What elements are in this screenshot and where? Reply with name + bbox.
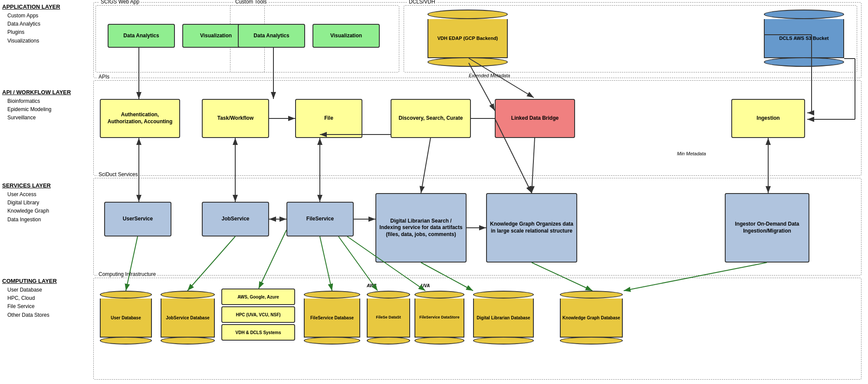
aws-label: AWS [367,283,377,288]
layer-labels: APPLICATION LAYER Custom Apps Data Analy… [0,0,93,384]
min-metadata-label: Min Metadata [677,151,706,156]
computing-layer-item-3: File Service [7,302,57,311]
task-workflow-box: Task/Workflow [202,99,269,138]
api-layer-item-1: Bioinformatics [7,97,71,105]
fileservice-database-cylinder: FileService Database [304,291,360,345]
api-layer-title: API / WORKFLOW LAYER [2,89,71,95]
computing-layer-title: COMPUTING LAYER [2,278,57,284]
uva-label: UVA [421,283,430,288]
app-layer-item-3: Plugins [7,28,60,36]
knowledge-graph-db-cylinder: Knowledge Graph Database [560,291,623,345]
services-layer-item-4: Data Ingestion [7,216,51,224]
services-layer-item-1: User Access [7,190,51,199]
aws-google-azure-box: AWS, Google, Azure [221,289,295,305]
application-layer-section: APPLICATION LAYER Custom Apps Data Analy… [2,3,60,45]
vdh-edap-cylinder: VDH EDAP (GCP Backend) [427,10,508,67]
ingestion-box: Ingestion [731,99,805,138]
services-layer-title: SERVICES LAYER [2,182,51,189]
custom-tools-label: Custom Tools [234,0,268,5]
vdh-dcls-systems-box: VDH & DCLS Systems [221,324,295,341]
scigs-data-analytics-box: Data Analytics [108,24,175,48]
ingestor-box: Ingestor On-Demand Data Ingestion/Migrat… [725,193,809,263]
computing-label: Computing Infrastructure [97,271,157,277]
fileservice-datastore-uva-cylinder: FileService DataStore [414,291,464,345]
job-service-box: JobService [202,202,269,236]
user-database-cylinder: User Database [100,291,152,345]
digital-librarian-box: Digital Librarian Search / Indexing serv… [375,193,467,263]
jobservice-database-cylinder: JobService Database [161,291,215,345]
linked-data-bridge-box: Linked Data Bridge [495,99,575,138]
dcls-vdh-label: DCLS/VDH [408,0,437,5]
application-layer-title: APPLICATION LAYER [2,3,60,10]
app-layer-item-4: Visualizations [7,37,60,45]
api-label: APIs [97,74,111,80]
file-api-box: File [295,99,362,138]
custom-data-analytics-box: Data Analytics [238,24,305,48]
app-layer-item-2: Data Analytics [7,20,60,28]
services-layer-item-2: Digital Library [7,199,51,207]
services-layer-section: SERVICES LAYER User Access Digital Libra… [2,182,51,224]
scigs-webapp-label: SCIGS Web App [99,0,141,5]
auth-box: Authentication, Authorization, Accountin… [100,99,180,138]
hpc-box: HPC (UVA, VCU, NSF) [221,306,295,323]
services-layer-item-3: Knowledge Graph [7,207,51,215]
digital-librarian-db-cylinder: Digital Librarian Database [473,291,534,345]
app-layer-item-1: Custom Apps [7,12,60,20]
computing-layer-item-1: User Database [7,286,57,294]
discovery-box: Discovery, Search, Curate [391,99,471,138]
extended-metadata-label: Extended Metadata [469,73,510,78]
services-label: SciDuct Services [97,171,139,177]
dcls-s3-cylinder: DCLS AWS S3 Bucket [764,10,844,67]
custom-visualization-box: Visualization [312,24,380,48]
api-layer-item-2: Epidemic Modeling [7,105,71,114]
computing-layer-item-2: HPC, Cloud [7,294,57,302]
computing-layer-section: COMPUTING LAYER User Database HPC, Cloud… [2,278,57,319]
fileservice-datastore-aws-cylinder: FileSe DataSt [367,291,410,345]
api-layer-section: API / WORKFLOW LAYER Bioinformatics Epid… [2,89,71,122]
diagram-container: APPLICATION LAYER Custom Apps Data Analy… [0,0,868,384]
api-layer-item-3: Surveillance [7,114,71,122]
file-service-box: FileService [286,202,354,236]
hpc-cloud-group: AWS, Google, Azure HPC (UVA, VCU, NSF) V… [221,289,295,341]
knowledge-graph-box: Knowledge Graph Organizes data in large … [486,193,577,263]
user-service-box: UserService [104,202,171,236]
computing-layer-item-4: Other Data Stores [7,311,57,319]
